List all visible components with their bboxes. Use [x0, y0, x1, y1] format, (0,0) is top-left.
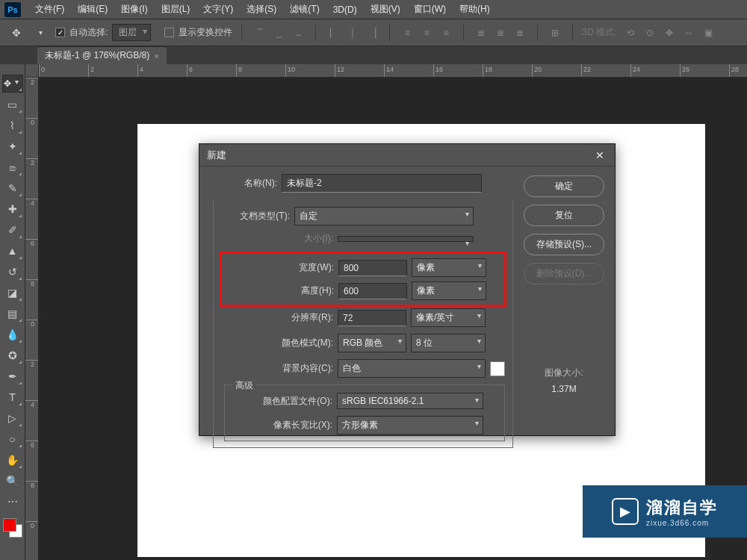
- 3d-pan-icon: ✥: [661, 25, 678, 41]
- color-swatches[interactable]: [3, 518, 22, 538]
- dist-hmid-icon[interactable]: ≣: [492, 25, 509, 41]
- align-left-icon[interactable]: ▏: [325, 25, 341, 41]
- dist-right-icon[interactable]: ≣: [512, 25, 528, 41]
- tool-type[interactable]: T: [3, 388, 22, 406]
- resolution-label: 分辨率(R):: [221, 311, 333, 324]
- menu-edit[interactable]: 编辑(E): [71, 3, 114, 16]
- tool-healing[interactable]: ✚: [3, 200, 22, 218]
- dist-vmid-icon[interactable]: ≡: [418, 25, 435, 41]
- tool-history[interactable]: ↺: [3, 263, 22, 281]
- align-top-icon[interactable]: ⎺: [251, 25, 267, 41]
- delete-preset-button: 删除预设(D)...: [524, 263, 604, 284]
- height-label: 高度(H):: [225, 284, 334, 297]
- tool-lasso[interactable]: ⌇: [3, 116, 22, 134]
- tool-crop[interactable]: ⎄: [3, 158, 22, 176]
- menu-3d[interactable]: 3D(D): [326, 4, 364, 15]
- ruler-corner: [25, 64, 39, 78]
- tool-dodge[interactable]: ✪: [3, 346, 22, 364]
- 3d-orbit-icon: ⟲: [622, 25, 639, 41]
- height-unit-select[interactable]: 像素: [412, 281, 486, 300]
- menu-layer[interactable]: 图层(L): [155, 3, 197, 16]
- bgcontent-select[interactable]: 白色: [338, 359, 486, 378]
- colormode-select[interactable]: RGB 颜色: [338, 334, 406, 352]
- tool-eraser[interactable]: ◪: [3, 284, 22, 302]
- tab-close-icon[interactable]: ×: [154, 52, 158, 60]
- dialog-close-button[interactable]: ✕: [592, 148, 607, 163]
- align-bottom-icon[interactable]: ⎽: [290, 25, 306, 41]
- bgcontent-label: 背景内容(C):: [221, 362, 333, 375]
- advanced-label: 高级: [232, 379, 256, 392]
- tool-move[interactable]: ✥: [2, 75, 23, 93]
- tool-brush[interactable]: ✐: [3, 221, 22, 239]
- menu-select[interactable]: 选择(S): [240, 3, 283, 16]
- tool-path[interactable]: ▷: [3, 409, 22, 427]
- bgcontent-swatch[interactable]: [490, 361, 505, 376]
- imagesize-value: 1.37M: [524, 384, 604, 394]
- tool-zoom[interactable]: 🔍: [3, 472, 22, 490]
- menu-help[interactable]: 帮助(H): [453, 3, 497, 16]
- menu-view[interactable]: 视图(V): [364, 3, 407, 16]
- tool-blur[interactable]: 💧: [3, 326, 22, 343]
- size-select[interactable]: [338, 236, 474, 242]
- menu-file[interactable]: 文件(F): [28, 3, 71, 16]
- profile-select[interactable]: sRGB IEC61966-2.1: [337, 393, 483, 409]
- dimensions-highlight: 宽度(W): 800 像素 高度(H): 600 像素: [220, 252, 506, 307]
- save-preset-button[interactable]: 存储预设(S)...: [524, 234, 604, 255]
- watermark-title: 溜溜自学: [646, 497, 718, 519]
- tool-eyedropper[interactable]: ✎: [3, 179, 22, 197]
- colordepth-select[interactable]: 8 位: [411, 334, 486, 352]
- dist-bottom-icon[interactable]: ≡: [438, 25, 454, 41]
- 3d-mode-label: 3D 模式:: [582, 26, 616, 39]
- watermark-url: zixue.3d66.com: [646, 519, 709, 527]
- align-right-icon[interactable]: ▕: [364, 25, 380, 41]
- doctype-select[interactable]: 自定: [294, 207, 474, 225]
- doctype-label: 文档类型(T):: [221, 210, 290, 223]
- dist-left-icon[interactable]: ≣: [473, 25, 489, 41]
- align-vmid-icon[interactable]: ⎯: [270, 25, 287, 41]
- menu-bar: Ps 文件(F) 编辑(E) 图像(I) 图层(L) 文字(Y) 选择(S) 滤…: [0, 0, 747, 19]
- tool-more[interactable]: ⋯: [3, 493, 22, 511]
- show-transform-checkbox[interactable]: [164, 28, 174, 37]
- imagesize-label: 图像大小:: [524, 367, 604, 379]
- name-input[interactable]: 未标题-2: [282, 174, 482, 193]
- menu-type[interactable]: 文字(Y): [196, 3, 240, 16]
- auto-align-icon[interactable]: ⊞: [547, 25, 563, 41]
- tool-hand[interactable]: ✋: [3, 451, 22, 469]
- auto-select-checkbox[interactable]: ✓: [55, 28, 65, 37]
- submenu-icon[interactable]: ▾: [31, 24, 49, 42]
- new-document-dialog: 新建 ✕ 名称(N): 未标题-2 文档类型(T): 自定 大小(I): 宽度: [199, 143, 616, 436]
- width-unit-select[interactable]: 像素: [412, 258, 486, 277]
- resolution-input[interactable]: 72: [338, 310, 406, 326]
- foreground-color[interactable]: [3, 518, 16, 532]
- show-transform-label: 显示变换控件: [179, 26, 232, 39]
- document-tab-label: 未标题-1 @ 176%(RGB/8): [45, 49, 149, 62]
- auto-select-target[interactable]: 图层: [112, 24, 151, 41]
- ok-button[interactable]: 确定: [524, 175, 604, 197]
- align-hmid-icon[interactable]: │: [344, 25, 361, 41]
- auto-select-label: 自动选择:: [69, 26, 108, 39]
- menu-window[interactable]: 窗口(W): [407, 3, 453, 16]
- menu-filter[interactable]: 滤镜(T): [283, 3, 326, 16]
- menu-image[interactable]: 图像(I): [114, 3, 154, 16]
- tool-marquee[interactable]: ▭: [3, 96, 22, 113]
- aspect-label: 像素长宽比(X):: [232, 419, 332, 432]
- tool-stamp[interactable]: ▲: [3, 242, 22, 260]
- dialog-titlebar[interactable]: 新建 ✕: [199, 144, 615, 167]
- tool-pen[interactable]: ✒: [3, 367, 22, 385]
- advanced-group: 高级 颜色配置文件(O): sRGB IEC61966-2.1 像素长宽比(X)…: [224, 385, 505, 441]
- tool-gradient[interactable]: ▤: [3, 305, 22, 323]
- watermark-play-icon: ▶: [612, 498, 639, 525]
- dist-top-icon[interactable]: ≡: [399, 25, 415, 41]
- aspect-select[interactable]: 方形像素: [337, 416, 483, 435]
- photoshop-logo-icon: Ps: [4, 2, 21, 17]
- tool-shape[interactable]: ○: [3, 430, 22, 448]
- height-input[interactable]: 600: [338, 283, 407, 299]
- name-label: 名称(N):: [210, 177, 277, 190]
- resolution-unit-select[interactable]: 像素/英寸: [411, 308, 486, 327]
- move-tool-icon[interactable]: ✥: [7, 24, 25, 42]
- ruler-horizontal: 02 46 810 1214 1618 2022 2426 2830: [39, 64, 747, 78]
- width-input[interactable]: 800: [338, 260, 407, 276]
- reset-button[interactable]: 复位: [524, 205, 604, 226]
- document-tab[interactable]: 未标题-1 @ 176%(RGB/8) ×: [37, 46, 167, 64]
- tool-magicwand[interactable]: ✦: [3, 137, 22, 155]
